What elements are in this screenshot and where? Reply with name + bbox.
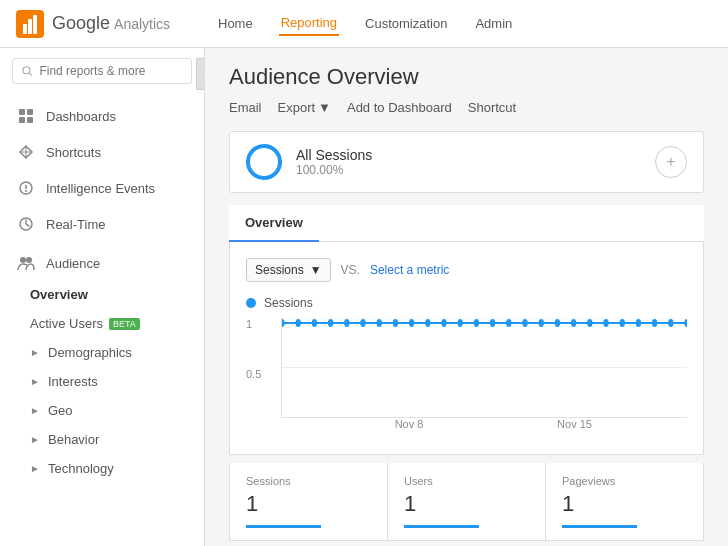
chart-svg (282, 318, 687, 417)
x-label-nov15: Nov 15 (557, 418, 592, 430)
metric-dropdown[interactable]: Sessions ▼ (246, 258, 331, 282)
sidebar-item-demographics[interactable]: ► Demographics (0, 338, 204, 367)
logo-google: Google (52, 13, 110, 34)
svg-point-13 (25, 190, 27, 192)
svg-point-22 (328, 319, 333, 327)
geo-expand-icon: ► (30, 405, 42, 417)
tab-overview[interactable]: Overview (229, 205, 319, 242)
svg-point-38 (587, 319, 592, 327)
svg-point-21 (312, 319, 317, 327)
pageviews-stat-bar (562, 525, 637, 528)
audience-sub-section: Overview Active Users BETA ► Demographic… (0, 280, 204, 483)
export-button[interactable]: Export ▼ (278, 100, 331, 115)
svg-rect-6 (19, 109, 25, 115)
svg-point-20 (296, 319, 301, 327)
interests-expand-icon: ► (30, 376, 42, 388)
chart-inner (281, 318, 687, 418)
pageviews-stat-label: Pageviews (562, 475, 687, 487)
svg-point-30 (458, 319, 463, 327)
audience-icon (16, 253, 36, 273)
dashboards-icon (16, 106, 36, 126)
select-metric-link[interactable]: Select a metric (370, 263, 449, 277)
sidebar-item-active-users[interactable]: Active Users BETA (0, 309, 204, 338)
svg-point-15 (20, 257, 26, 263)
stat-sessions: Sessions 1 (230, 463, 388, 540)
add-segment-button[interactable]: + (655, 146, 687, 178)
nav-admin[interactable]: Admin (473, 12, 514, 35)
sessions-stat-label: Sessions (246, 475, 371, 487)
main-nav: Home Reporting Customization Admin (216, 11, 514, 36)
svg-point-27 (409, 319, 414, 327)
svg-point-33 (506, 319, 511, 327)
sidebar-item-audience[interactable]: Audience (0, 246, 204, 280)
email-button[interactable]: Email (229, 100, 262, 115)
sidebar-item-intelligence[interactable]: Intelligence Events (0, 170, 204, 206)
svg-point-40 (620, 319, 625, 327)
svg-rect-7 (27, 109, 33, 115)
svg-point-26 (393, 319, 398, 327)
logo-area: Google Analytics (16, 10, 216, 38)
svg-point-24 (360, 319, 365, 327)
sidebar-item-overview[interactable]: Overview (0, 280, 204, 309)
svg-rect-8 (19, 117, 25, 123)
svg-point-4 (23, 67, 30, 74)
behavior-expand-icon: ► (30, 434, 42, 446)
svg-line-5 (29, 73, 32, 76)
sidebar-collapse-button[interactable]: ‹ (196, 58, 205, 90)
y-label-top: 1 (246, 318, 276, 330)
sidebar-item-geo[interactable]: ► Geo (0, 396, 204, 425)
interests-label: Interests (48, 374, 98, 389)
audience-label: Audience (46, 256, 100, 271)
y-label-mid: 0.5 (246, 368, 276, 380)
nav-customization[interactable]: Customization (363, 12, 449, 35)
svg-point-32 (490, 319, 495, 327)
shortcuts-icon (16, 142, 36, 162)
svg-rect-1 (23, 24, 27, 34)
metric-label: Sessions (255, 263, 304, 277)
segment-row: All Sessions 100.00% + (229, 131, 704, 193)
sidebar-item-dashboards[interactable]: Dashboards (0, 98, 204, 134)
sessions-stat-value: 1 (246, 491, 371, 517)
intelligence-label: Intelligence Events (46, 181, 155, 196)
technology-expand-icon: ► (30, 463, 42, 475)
logo-text: Google Analytics (52, 13, 170, 34)
svg-point-28 (425, 319, 430, 327)
behavior-label: Behavior (48, 432, 99, 447)
export-label: Export (278, 100, 316, 115)
sidebar-item-realtime[interactable]: Real-Time (0, 206, 204, 242)
google-analytics-logo-icon (16, 10, 44, 38)
add-to-dashboard-button[interactable]: Add to Dashboard (347, 100, 452, 115)
active-users-label: Active Users (30, 316, 103, 331)
page-title-bar: Audience Overview Email Export ▼ Add to … (205, 48, 728, 131)
dashboards-label: Dashboards (46, 109, 116, 124)
sidebar-item-shortcuts[interactable]: Shortcuts (0, 134, 204, 170)
search-box[interactable] (12, 58, 192, 84)
beta-badge: BETA (109, 318, 140, 330)
sidebar-item-behavior[interactable]: ► Behavior (0, 425, 204, 454)
svg-point-41 (636, 319, 641, 327)
add-segment-icon: + (666, 153, 675, 171)
nav-home[interactable]: Home (216, 12, 255, 35)
metric-selector-row: Sessions ▼ VS. Select a metric (246, 258, 687, 282)
sidebar-item-interests[interactable]: ► Interests (0, 367, 204, 396)
svg-point-43 (668, 319, 673, 327)
demographics-expand-icon: ► (30, 347, 42, 359)
pageviews-stat-value: 1 (562, 491, 687, 517)
svg-point-39 (603, 319, 608, 327)
stats-row: Sessions 1 Users 1 Pageviews 1 (229, 463, 704, 541)
legend-row: Sessions (246, 296, 687, 310)
y-axis-labels: 1 0.5 (246, 318, 276, 418)
action-bar: Email Export ▼ Add to Dashboard Shortcut (229, 100, 704, 123)
segment-circle-icon (246, 144, 282, 180)
sidebar-section-main: Dashboards Shortcuts (0, 94, 204, 246)
segment-info: All Sessions 100.00% (296, 147, 372, 177)
sidebar-item-technology[interactable]: ► Technology (0, 454, 204, 483)
sessions-legend-label: Sessions (264, 296, 313, 310)
shortcut-button[interactable]: Shortcut (468, 100, 516, 115)
x-axis-labels: Nov 8 Nov 15 (281, 418, 687, 438)
svg-point-31 (474, 319, 479, 327)
realtime-label: Real-Time (46, 217, 105, 232)
tab-bar: Overview (229, 205, 704, 242)
search-input[interactable] (39, 64, 183, 78)
nav-reporting[interactable]: Reporting (279, 11, 339, 36)
